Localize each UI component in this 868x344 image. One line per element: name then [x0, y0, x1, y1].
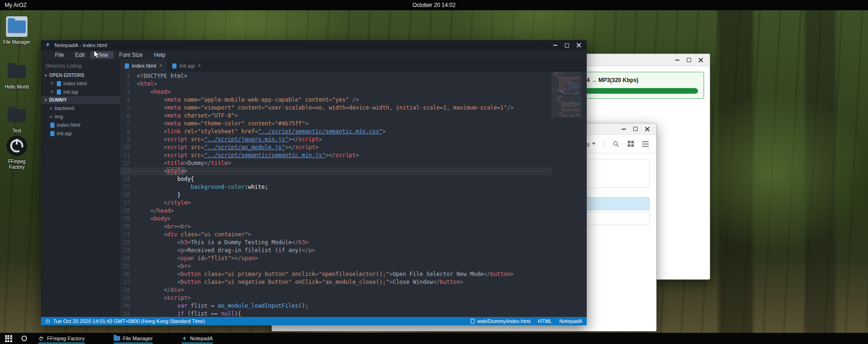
- section-label: DUMMY: [49, 97, 67, 103]
- line-number: 22: [120, 239, 137, 247]
- code-line: 17 </style>: [120, 199, 551, 207]
- taskbar-item-label: FFmpeg Factory: [47, 336, 85, 341]
- close-editor-icon[interactable]: ✕: [50, 89, 54, 94]
- menu-bar: FileEditViewFont SizeHelp: [41, 50, 587, 60]
- close-editor-icon[interactable]: ✕: [50, 81, 54, 86]
- code-line: 8 <link rel="stylesheet" href="../script…: [120, 128, 551, 136]
- start-button[interactable]: [2, 333, 15, 344]
- code-line: 3 <head>: [120, 88, 551, 96]
- code-line: 21 <div class="ui container">: [120, 231, 551, 239]
- line-number: 31: [120, 310, 137, 317]
- tree-item-img[interactable]: ▸img: [41, 112, 120, 121]
- menu-font-size[interactable]: Font Size: [114, 51, 149, 59]
- menu-help[interactable]: Help: [149, 51, 171, 59]
- notepada-window: NotepadA - index.html FileEditViewFont S…: [41, 40, 587, 325]
- maximize-icon[interactable]: [687, 58, 691, 62]
- tree-item-index-html[interactable]: index.html: [41, 121, 120, 129]
- close-icon[interactable]: [645, 127, 650, 131]
- notepada-titlebar[interactable]: NotepadA - index.html: [41, 40, 587, 50]
- line-number: 14: [120, 175, 137, 183]
- clock-icon: [46, 319, 50, 323]
- line-number: 11: [120, 151, 137, 159]
- file-icon: [471, 319, 475, 323]
- app-circle-icon: [6, 135, 28, 157]
- taskbar-item-notepada[interactable]: NotepadA: [178, 333, 217, 344]
- status-filepath[interactable]: web/Dummy/index.html: [477, 318, 530, 324]
- minimize-icon[interactable]: [622, 129, 626, 130]
- file-icon: [50, 131, 54, 136]
- tree-item-init-agi[interactable]: ✕init.agi: [41, 88, 120, 96]
- folder-icon: [8, 109, 26, 121]
- code-editor[interactable]: 1<!DOCTYPE html>2<html>3 <head>4 <meta n…: [120, 72, 551, 317]
- desktop-icon-hello-world[interactable]: Hello World: [2, 60, 32, 90]
- taskbar: FFmpeg FactoryFile ManagerNotepadA: [0, 333, 868, 344]
- notepada-logo-icon: [45, 41, 51, 49]
- close-tab-icon[interactable]: ✕: [197, 63, 201, 68]
- desktop-icon-label: File Manager: [2, 40, 32, 45]
- line-number: 5: [120, 104, 137, 112]
- tab-init-agi[interactable]: init.agi✕: [168, 60, 206, 72]
- close-tab-icon[interactable]: ✕: [159, 63, 163, 68]
- minimap-viewport[interactable]: [552, 72, 581, 117]
- line-number: 29: [120, 294, 137, 302]
- tab-label: init.agi: [179, 63, 195, 69]
- tab-label: index.html: [132, 63, 156, 69]
- desktop-icon-file-manager[interactable]: File Manager: [2, 15, 32, 45]
- minimize-icon[interactable]: [553, 45, 557, 46]
- status-datetime: Tue Oct 20 2020 14:01:43 GMT+0800 (Hong …: [53, 318, 205, 324]
- menu-edit[interactable]: Edit: [69, 51, 90, 59]
- code-line: 30 var flist = ao_module_loadInputFiles(…: [120, 302, 551, 310]
- file-icon: [172, 63, 176, 69]
- search-icon[interactable]: [613, 141, 619, 147]
- circle-app-icon: [38, 336, 44, 342]
- tab-bar: index.html✕init.agi✕: [120, 60, 587, 72]
- code-line: 25 <br>: [120, 262, 551, 270]
- line-number: 13: [120, 167, 137, 175]
- section-open-editors[interactable]: ▾OPEN EDITORS: [41, 71, 120, 79]
- notepada-logo-icon: [182, 336, 187, 341]
- code-line: 18 </head>: [120, 207, 551, 215]
- minimize-icon[interactable]: [675, 60, 679, 61]
- code-line: 31 if (flist == null){: [120, 310, 551, 317]
- line-number: 8: [120, 128, 137, 136]
- tree-item-index-html[interactable]: ✕index.html: [41, 79, 120, 88]
- tree-item-backend[interactable]: ▸backend: [41, 104, 120, 112]
- line-number: 10: [120, 144, 137, 151]
- list-view-icon[interactable]: [642, 141, 649, 147]
- status-bar: Tue Oct 20 2020 14:01:43 GMT+0800 (Hong …: [41, 317, 587, 325]
- desktop-icon-test[interactable]: Test: [2, 103, 32, 134]
- section-dummy[interactable]: ▾DUMMY: [41, 96, 120, 104]
- code-line: 23 <p>Received drag-in filelist (if any)…: [120, 247, 551, 255]
- taskbar-item-file-manager[interactable]: File Manager: [110, 333, 156, 344]
- code-line: 28 </div>: [120, 286, 551, 294]
- folder-icon: [114, 336, 120, 341]
- menu-view[interactable]: View: [90, 51, 114, 59]
- line-number: 28: [120, 286, 137, 294]
- line-number: 26: [120, 270, 137, 278]
- code-line: 14 body{: [120, 175, 551, 183]
- line-number: 16: [120, 191, 137, 199]
- grid-view-icon[interactable]: [628, 141, 634, 147]
- desktop-icon-ffmpeg-factory[interactable]: FFmpeg Factory: [2, 134, 32, 170]
- tab-index-html[interactable]: index.html✕: [120, 60, 168, 72]
- minimap[interactable]: <!DOCTYPE html><html> <head> <meta name=…: [551, 72, 581, 317]
- section-label: OPEN EDITORS: [49, 73, 84, 78]
- close-icon[interactable]: [698, 58, 703, 62]
- file-tree: ▾OPEN EDITORS✕index.html✕init.agi▾DUMMY▸…: [41, 71, 120, 138]
- start-grid-icon: [5, 335, 12, 342]
- file-icon: [50, 123, 54, 128]
- maximize-icon[interactable]: [565, 43, 569, 48]
- aroz-circle-icon[interactable]: [21, 336, 27, 341]
- line-number: 18: [120, 207, 137, 215]
- tree-item-init-agi[interactable]: init.agi: [41, 129, 120, 138]
- code-line: 10 <script src="../script/ao_module.js">…: [120, 144, 551, 151]
- scrollbar[interactable]: [581, 72, 587, 317]
- status-language[interactable]: HTML: [538, 318, 552, 324]
- close-icon[interactable]: [576, 43, 581, 48]
- maximize-icon[interactable]: [633, 127, 637, 131]
- line-number: 2: [120, 80, 137, 88]
- desktop: My ArOZ October 20 14:02 File ManagerHel…: [0, 0, 868, 344]
- taskbar-item-ffmpeg-factory[interactable]: FFmpeg Factory: [34, 333, 88, 344]
- code-line: 12 <title>Dummy</title>: [120, 159, 551, 167]
- menu-file[interactable]: File: [49, 51, 69, 59]
